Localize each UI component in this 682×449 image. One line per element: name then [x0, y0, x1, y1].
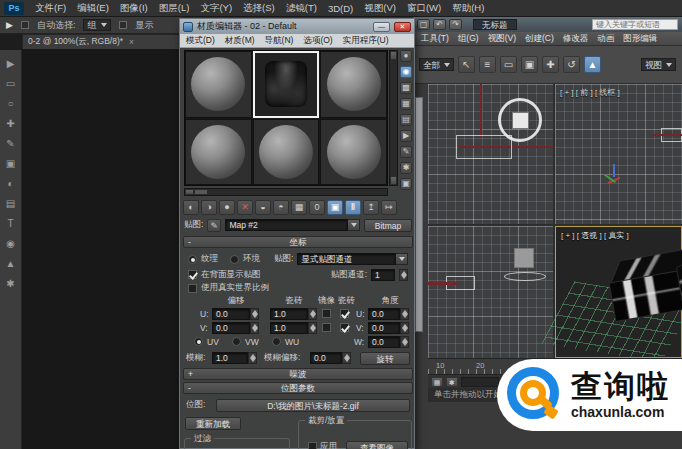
ps-menu-item[interactable]: 文字(Y) — [200, 2, 232, 15]
show-transform-checkbox[interactable] — [119, 21, 127, 29]
v-tile-spinner[interactable] — [308, 322, 317, 334]
slots-horizontal-scrollbar[interactable] — [184, 188, 388, 196]
select-by-material-icon[interactable]: ✱ — [400, 162, 412, 174]
background-icon[interactable]: ▩ — [400, 82, 412, 94]
textured-box-object[interactable] — [605, 248, 682, 326]
redo-icon[interactable]: ↷ — [449, 19, 462, 30]
environ-radio[interactable] — [230, 255, 239, 264]
time-field[interactable] — [461, 377, 499, 387]
u-mirror-checkbox[interactable] — [322, 309, 331, 318]
map-name-combo[interactable]: Map #2 — [225, 219, 360, 231]
grid-snap-icon[interactable]: ▦ — [431, 377, 443, 387]
go-forward-sibling-icon[interactable]: ↦ — [381, 200, 397, 215]
viewport-front-label[interactable]: [ + ] [ 前 ] [ 线框 ] — [560, 87, 620, 98]
v-tile-checkbox[interactable] — [340, 323, 349, 332]
me-menu-item[interactable]: 材质(M) — [225, 35, 255, 47]
v-tile-field[interactable]: 1.0 — [270, 322, 308, 334]
blur-offset-field[interactable]: 0.0 — [310, 352, 342, 364]
select-by-name-icon[interactable]: ≡ — [479, 56, 496, 73]
ps-zoom-tool-icon[interactable]: ▲ — [6, 258, 16, 269]
max-search-input[interactable] — [592, 19, 678, 30]
ps-dodge-tool-icon[interactable]: ◐ — [7, 178, 13, 189]
view-combo[interactable]: 视图 — [641, 58, 676, 71]
me-menu-item[interactable]: 模式(D) — [186, 35, 215, 47]
material-slot[interactable] — [185, 119, 252, 186]
reset-map-icon[interactable]: ✕ — [237, 200, 253, 215]
material-slot[interactable] — [320, 119, 387, 186]
show-map-in-viewport-icon[interactable]: ▣ — [327, 200, 343, 215]
save-icon[interactable]: ▢ — [417, 19, 430, 30]
ps-marquee-tool-icon[interactable]: ▭ — [6, 78, 15, 89]
material-slot-selected[interactable] — [253, 51, 320, 118]
v-angle-spinner[interactable] — [400, 322, 409, 334]
rotate-button[interactable]: 旋转 — [360, 352, 410, 365]
u-offset-field[interactable]: 0.0 — [212, 308, 250, 320]
max-menu-item[interactable]: 修改器 — [563, 33, 589, 45]
material-editor-title-bar[interactable]: 材质编辑器 - 02 - Default — ✕ — [180, 19, 414, 34]
show-on-back-checkbox[interactable] — [188, 270, 197, 279]
v-offset-spinner[interactable] — [250, 322, 259, 334]
viewport-bottom[interactable] — [428, 226, 553, 358]
blur-field[interactable]: 1.0 — [212, 352, 248, 364]
max-menu-item[interactable]: 视图(V) — [488, 33, 516, 45]
material-slot[interactable] — [320, 51, 387, 118]
close-icon[interactable]: ✕ — [394, 22, 411, 32]
u-tile-field[interactable]: 1.0 — [270, 308, 308, 320]
scroll-thumb[interactable] — [194, 189, 208, 195]
real-world-checkbox[interactable] — [188, 284, 197, 293]
slots-vertical-scrollbar[interactable] — [389, 50, 398, 186]
get-material-icon[interactable]: ◐ — [183, 200, 199, 215]
view-image-button[interactable]: 查看图像 — [346, 441, 408, 449]
u-angle-spinner[interactable] — [400, 308, 409, 320]
key-filter-icon[interactable]: ✱ — [446, 377, 458, 387]
ps-shape-tool-icon[interactable]: ✱ — [6, 278, 14, 289]
coordinates-rollout[interactable]: - 坐标 — [183, 236, 413, 248]
ps-menu-item[interactable]: 滤镜(T) — [286, 2, 317, 15]
window-crossing-icon[interactable]: ▣ — [521, 56, 538, 73]
ps-menu-item[interactable]: 编辑(E) — [77, 2, 109, 15]
ps-menu-item[interactable]: 视图(V) — [364, 2, 396, 15]
max-menu-item[interactable]: 图形编辑 — [623, 33, 657, 45]
eyedropper-icon[interactable]: ✎ — [207, 219, 221, 232]
ps-menu-item[interactable]: 3D(D) — [328, 3, 353, 14]
sample-uv-tiling-icon[interactable]: ▦ — [400, 98, 412, 110]
show-end-result-icon[interactable]: Ⅱ — [345, 200, 361, 215]
ps-menu-item[interactable]: 图层(L) — [159, 2, 190, 15]
selection-filter-combo[interactable]: 全部 — [419, 58, 454, 71]
map-channel-spinner[interactable] — [399, 269, 408, 281]
undo-icon[interactable]: ↶ — [433, 19, 446, 30]
blur-spinner[interactable] — [248, 352, 257, 364]
uv-radio[interactable] — [194, 337, 203, 346]
blur-offset-spinner[interactable] — [342, 352, 351, 364]
scroll-up-icon[interactable] — [390, 51, 397, 60]
ps-document-tab[interactable]: 0-2 @ 100%(云, RGB/8)* × — [22, 34, 182, 49]
select-object-icon[interactable]: ↖ — [458, 56, 475, 73]
material-id-channel-icon[interactable]: 0 — [309, 200, 325, 215]
make-preview-icon[interactable]: ▶ — [400, 130, 412, 142]
ps-gradient-tool-icon[interactable]: ▤ — [6, 198, 15, 209]
ps-stamp-tool-icon[interactable]: ▣ — [6, 158, 15, 169]
mapping-combo[interactable]: 显式贴图通道 — [297, 253, 408, 265]
viewport-front[interactable]: [ + ] [ 前 ] [ 线框 ] — [555, 84, 682, 224]
me-menu-item[interactable]: 选项(O) — [303, 35, 332, 47]
reload-button[interactable]: 重新加载 — [185, 417, 241, 430]
map-channel-field[interactable]: 1 — [371, 269, 395, 281]
minimize-icon[interactable]: — — [373, 22, 390, 32]
u-angle-field[interactable]: 0.0 — [368, 308, 400, 320]
wu-radio[interactable] — [272, 337, 281, 346]
u-tile-spinner[interactable] — [308, 308, 317, 320]
material-slot[interactable] — [185, 51, 252, 118]
viewport-perspective[interactable]: [ + ] [ 透视 ] [ 真实 ] — [555, 226, 682, 358]
u-offset-spinner[interactable] — [250, 308, 259, 320]
viewport-perspective-label[interactable]: [ + ] [ 透视 ] [ 真实 ] — [561, 230, 629, 241]
max-menu-item[interactable]: 动画 — [597, 33, 614, 45]
ps-menu-item[interactable]: 文件(F) — [35, 2, 66, 15]
material-map-navigator-icon[interactable]: ▣ — [400, 178, 412, 190]
box-object[interactable] — [514, 248, 534, 268]
put-to-library-icon[interactable]: ▦ — [291, 200, 307, 215]
max-menu-item[interactable]: 工具(T) — [421, 33, 449, 45]
go-to-parent-icon[interactable]: ↥ — [363, 200, 379, 215]
auto-select-combo[interactable]: 组 — [83, 19, 111, 31]
auto-select-checkbox[interactable] — [21, 21, 29, 29]
backlight-icon[interactable]: ◉ — [400, 66, 412, 78]
